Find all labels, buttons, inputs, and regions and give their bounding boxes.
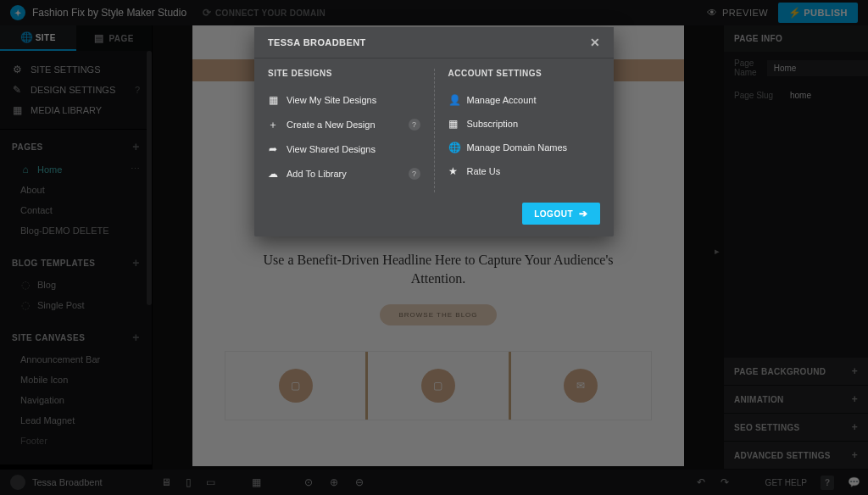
logout-label: LOGOUT bbox=[534, 209, 573, 219]
modal-col-account-settings: ACCOUNT SETTINGS 👤Manage Account ▦Subscr… bbox=[435, 69, 615, 192]
manage-account[interactable]: 👤Manage Account bbox=[448, 88, 601, 112]
view-my-site-designs[interactable]: ▦View My Site Designs bbox=[268, 88, 420, 112]
globe-icon: 🌐 bbox=[448, 142, 459, 153]
modal-title: TESSA BROADBENT bbox=[268, 37, 366, 47]
account-modal: TESSA BROADBENT ✕ SITE DESIGNS ▦View My … bbox=[254, 27, 614, 236]
modal-body: SITE DESIGNS ▦View My Site Designs ＋Crea… bbox=[254, 58, 614, 203]
item-label: Rate Us bbox=[467, 166, 501, 176]
calendar-icon: ▦ bbox=[448, 119, 459, 129]
help-icon[interactable]: ? bbox=[409, 119, 420, 131]
manage-domains[interactable]: 🌐Manage Domain Names bbox=[448, 136, 601, 159]
share-icon: ➦ bbox=[268, 144, 278, 154]
arrow-right-icon: ➔ bbox=[578, 209, 588, 219]
modal-col-site-designs: SITE DESIGNS ▦View My Site Designs ＋Crea… bbox=[254, 69, 435, 192]
item-label: Add To Library bbox=[287, 169, 347, 179]
logout-button[interactable]: LOGOUT➔ bbox=[522, 203, 600, 225]
item-label: Manage Domain Names bbox=[467, 142, 568, 153]
modal-header: TESSA BROADBENT ✕ bbox=[254, 27, 614, 58]
cloud-icon: ☁ bbox=[268, 169, 278, 179]
modal-footer: LOGOUT➔ bbox=[254, 203, 614, 236]
account-settings-title: ACCOUNT SETTINGS bbox=[448, 69, 601, 78]
star-icon: ★ bbox=[448, 166, 459, 176]
close-icon[interactable]: ✕ bbox=[590, 36, 600, 49]
subscription[interactable]: ▦Subscription bbox=[448, 112, 601, 136]
item-label: Subscription bbox=[467, 119, 519, 129]
item-label: Create a New Design bbox=[287, 120, 376, 130]
add-to-library[interactable]: ☁Add To Library? bbox=[268, 161, 420, 186]
item-label: Manage Account bbox=[467, 95, 537, 105]
view-shared-designs[interactable]: ➦View Shared Designs bbox=[268, 137, 420, 161]
plus-icon: ＋ bbox=[268, 120, 278, 130]
person-icon: 👤 bbox=[448, 95, 459, 105]
item-label: View My Site Designs bbox=[287, 95, 376, 105]
help-icon[interactable]: ? bbox=[409, 168, 420, 180]
rate-us[interactable]: ★Rate Us bbox=[448, 159, 601, 183]
item-label: View Shared Designs bbox=[287, 144, 376, 154]
grid-icon: ▦ bbox=[268, 95, 278, 105]
create-new-design[interactable]: ＋Create a New Design? bbox=[268, 112, 420, 137]
site-designs-title: SITE DESIGNS bbox=[268, 69, 420, 78]
